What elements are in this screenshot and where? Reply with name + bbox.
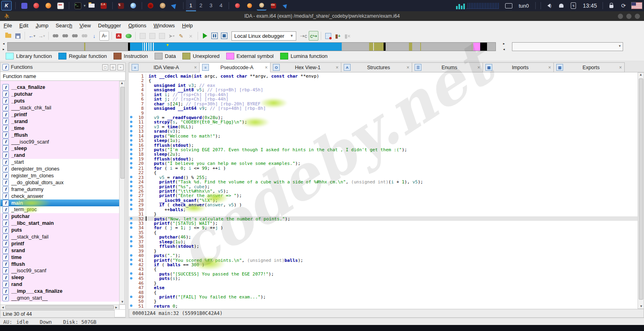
function-row-_fflush[interactable]: f_fflush (0, 132, 119, 138)
function-row-putchar[interactable]: fputchar (0, 213, 119, 220)
address-overview-band[interactable]: ▼ (7, 42, 496, 51)
function-row-_puts[interactable]: f_puts (0, 98, 119, 105)
code-line-16[interactable]: 16 fflush(stdout); (129, 143, 638, 147)
breakpoint-dot[interactable] (129, 124, 134, 129)
breakpoint-dot[interactable] (129, 262, 134, 267)
function-row-check_answer[interactable]: fcheck_answer (0, 193, 119, 199)
code-line-50[interactable]: 50 } (129, 299, 638, 303)
vscode-icon[interactable] (170, 1, 180, 10)
function-row-__cxa_finalize[interactable]: f__cxa_finalize (0, 84, 119, 91)
panel-splitter[interactable] (126, 62, 129, 318)
ida-window-icon[interactable] (257, 1, 266, 10)
pause-process-icon[interactable] (210, 31, 219, 40)
tab-exports[interactable]: ▥Exports× (554, 62, 625, 72)
code-line-42[interactable]: 42 if ( balls == 300 ) (129, 262, 638, 267)
terminal-dropdown-icon[interactable]: ▾ (84, 4, 86, 8)
code-line-29[interactable]: 29 if ( check_answer(answer, v5) ) (129, 202, 638, 207)
function-row-partial[interactable] (0, 81, 119, 84)
close-tab-icon[interactable]: × (407, 65, 409, 70)
keyboard-layout-flag-icon[interactable] (631, 1, 643, 10)
menu-debugger[interactable]: Debugger (95, 21, 125, 30)
breakpoint-dot[interactable] (129, 198, 134, 202)
close-tab-icon[interactable]: × (548, 65, 551, 70)
pseudocode-view[interactable]: 1int __cdecl main(int argc, const char *… (129, 72, 638, 309)
pseudocode-vertical-scrollbar[interactable]: ▲ ▼ (638, 72, 644, 309)
minimize-button[interactable] (618, 14, 623, 19)
panel-options-icon[interactable]: ◎ (110, 64, 116, 70)
menu-jump[interactable]: Jump (32, 21, 52, 30)
function-row-srand[interactable]: fsrand (0, 247, 119, 254)
network-tool-icon[interactable] (128, 1, 138, 10)
code-line-14[interactable]: 14 puts("Welcome to math!"); (129, 134, 638, 138)
vscode-window-icon[interactable] (281, 1, 291, 10)
code-line-17[interactable]: 17 puts("I'm solving EGE 2077. Even thou… (129, 147, 638, 152)
attach-process-icon[interactable]: ⇢c (299, 31, 308, 40)
menu-edit[interactable]: Edit (16, 21, 32, 30)
function-row-__imp___cxa_finalize[interactable]: f__imp___cxa_finalize (0, 288, 119, 295)
close-tab-icon[interactable]: × (619, 65, 622, 70)
breakpoint-dot[interactable] (129, 184, 134, 189)
breakpoint-dot[interactable] (129, 193, 134, 197)
breakpoint-dot[interactable] (129, 253, 134, 257)
code-line-36[interactable]: 36 putchar(46); (129, 234, 638, 239)
code-line-8[interactable]: 8 unsigned __int64 v9; // [rsp+48h] [rbp… (129, 106, 638, 110)
code-line-19[interactable]: 19 fflush(stdout); (129, 156, 638, 161)
app-launcher-icon[interactable] (19, 1, 29, 10)
watch-list-icon[interactable] (157, 31, 166, 40)
breakpoint-dot[interactable] (129, 216, 134, 221)
function-row-_srand[interactable]: f_srand (0, 118, 119, 125)
functions-column-header[interactable]: Function name (0, 72, 126, 81)
add-breakpoint-icon[interactable]: ▮+ (333, 31, 342, 40)
search-text-icon[interactable] (51, 31, 60, 40)
maximize-button[interactable] (626, 14, 632, 19)
ida-red-icon[interactable]: S.A (99, 1, 109, 10)
breakpoint-dot[interactable] (129, 276, 134, 280)
band-zoom-buttons[interactable]: ►◄ (502, 42, 506, 51)
breakpoint-dot[interactable] (129, 156, 134, 161)
breakpoint-dot[interactable] (129, 304, 134, 308)
functions-panel-header[interactable]: f Functions ▢ ◎ × (0, 62, 126, 72)
code-line-24[interactable]: 24 printf("Task %d. Find the volume of a… (129, 179, 638, 184)
code-line-9[interactable]: 9 (129, 111, 638, 115)
search-immediate-icon[interactable] (61, 31, 70, 40)
workspace-button-1[interactable]: 1 (186, 0, 196, 11)
navigate-forward-icon[interactable]: →▾ (37, 31, 46, 40)
breakpoint-dot[interactable] (129, 234, 134, 239)
menu-file[interactable]: File (0, 21, 16, 30)
function-row-sleep[interactable]: fsleep (0, 274, 119, 281)
function-row-__do_global_dtors_aux[interactable]: f__do_global_dtors_aux (0, 179, 119, 186)
breakpoint-dot[interactable] (129, 271, 134, 276)
function-row-puts[interactable]: fputs (0, 227, 119, 234)
volume-icon[interactable]: ) (545, 1, 554, 10)
edit-function-icon[interactable]: ✎ (177, 31, 186, 40)
code-line-40[interactable]: 40 puts("."); (129, 253, 638, 257)
code-line-12[interactable]: 12 v3 = time(0LL); (129, 124, 638, 129)
breakpoint-dot[interactable] (129, 225, 134, 230)
code-line-20[interactable]: 20 puts("I believe you can help me solve… (129, 161, 638, 165)
stop-process-icon[interactable] (220, 31, 229, 40)
breakpoint-dot[interactable] (129, 147, 134, 152)
scrollbar-thumb[interactable] (5, 305, 114, 309)
code-line-15[interactable]: 15 sleep(1u); (129, 138, 638, 142)
breakpoint-dot[interactable] (129, 207, 134, 212)
code-line-46[interactable]: 46 } (129, 281, 638, 285)
breakpoint-dot[interactable] (129, 161, 134, 165)
docs-icon[interactable]: ↯ (116, 1, 126, 10)
close-button[interactable] (635, 14, 640, 19)
tab-enums[interactable]: ☰Enums× (412, 62, 483, 72)
breakpoint-dot[interactable] (129, 138, 134, 142)
save-file-icon[interactable] (13, 31, 22, 40)
function-row-main[interactable]: fmain (0, 199, 119, 206)
close-panel-icon[interactable]: × (118, 64, 124, 70)
breakpoint-dot[interactable] (129, 244, 134, 248)
breakpoint-dot[interactable] (129, 258, 134, 262)
cherrytree-window-icon[interactable] (233, 1, 242, 10)
code-line-38[interactable]: 38 fflush(stdout); (129, 244, 638, 248)
code-line-39[interactable]: 39 } (129, 249, 638, 253)
breakpoint-dot[interactable] (129, 175, 134, 179)
function-row-_start[interactable]: f_start (0, 159, 119, 166)
code-line-31[interactable]: 31 } (129, 212, 638, 216)
code-line-7[interactable]: 7 char s[24]; // [rsp+30h] [rbp-20h] BYR… (129, 101, 638, 106)
code-line-18[interactable]: 18 sleep(2u); (129, 152, 638, 156)
tab-ida-view-a[interactable]: ≡IDA View-A× (129, 62, 200, 72)
